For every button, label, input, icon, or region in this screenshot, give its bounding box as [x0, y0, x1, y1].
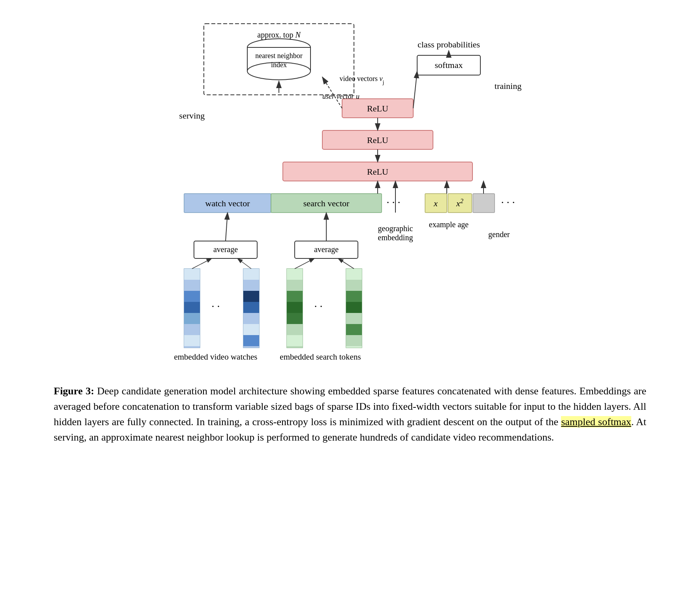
svg-rect-45 — [243, 335, 259, 346]
svg-line-48 — [237, 258, 251, 269]
embedded-video-watches-label: embedded video watches — [174, 352, 257, 362]
svg-rect-42 — [243, 302, 259, 313]
svg-rect-50 — [287, 269, 303, 280]
svg-rect-40 — [243, 280, 259, 291]
figure-label: Figure 3: — [54, 385, 94, 397]
serving-label: serving — [179, 111, 205, 121]
search-vector-label: search vector — [303, 198, 350, 208]
input-dots1: · · · — [387, 196, 401, 209]
svg-rect-66 — [346, 346, 362, 348]
svg-line-26 — [226, 213, 228, 241]
svg-rect-60 — [346, 280, 362, 291]
average1-label: average — [213, 245, 238, 254]
svg-text:nearest neighbor: nearest neighbor — [255, 52, 302, 60]
svg-rect-64 — [346, 324, 362, 335]
average2-label: average — [314, 245, 339, 254]
relu1-label: ReLU — [367, 104, 388, 113]
svg-rect-41 — [243, 291, 259, 302]
figure-caption: Figure 3: Deep candidate generation mode… — [54, 383, 646, 445]
svg-rect-43 — [243, 313, 259, 324]
svg-rect-20 — [473, 194, 495, 213]
svg-rect-37 — [184, 346, 200, 348]
svg-rect-33 — [184, 302, 200, 313]
svg-rect-54 — [287, 313, 303, 324]
svg-rect-36 — [184, 335, 200, 346]
relu3-label: ReLU — [367, 167, 388, 177]
diagram-container: nearest neighbor index approx. top N sof… — [24, 16, 676, 445]
svg-rect-32 — [184, 291, 200, 302]
softmax-label: softmax — [435, 60, 463, 70]
svg-rect-57 — [287, 346, 303, 348]
svg-rect-31 — [184, 280, 200, 291]
search-dots: · · — [314, 300, 323, 313]
svg-rect-34 — [184, 313, 200, 324]
video-vectors-label: video vectors vj — [340, 75, 384, 85]
svg-rect-55 — [287, 324, 303, 335]
embedded-search-tokens-label: embedded search tokens — [280, 352, 361, 362]
training-label: training — [495, 81, 521, 91]
highlight-sampled-softmax: sampled softmax — [561, 416, 631, 428]
svg-rect-65 — [346, 335, 362, 346]
svg-rect-39 — [243, 269, 259, 280]
svg-rect-61 — [346, 291, 362, 302]
geographic-embedding-label2: embedding — [378, 233, 413, 242]
watch-vector-label: watch vector — [205, 198, 250, 208]
gender-label: gender — [488, 230, 510, 239]
example-age-label: example age — [429, 220, 469, 229]
svg-line-67 — [295, 258, 314, 269]
caption-text: Deep candidate generation model architec… — [54, 385, 646, 428]
svg-text:index: index — [271, 61, 287, 69]
svg-rect-51 — [287, 280, 303, 291]
watch-dots: · · — [212, 300, 220, 313]
svg-rect-56 — [287, 335, 303, 346]
svg-line-11 — [413, 71, 417, 108]
x-label: x — [433, 198, 438, 208]
class-probabilities-label: class probabilities — [418, 40, 480, 49]
svg-rect-35 — [184, 324, 200, 335]
svg-line-47 — [192, 258, 212, 269]
svg-rect-59 — [346, 269, 362, 280]
architecture-diagram: nearest neighbor index approx. top N sof… — [133, 16, 567, 371]
approx-top-n-label: approx. top N — [257, 30, 301, 40]
svg-rect-52 — [287, 291, 303, 302]
geographic-embedding-label: geographic — [378, 224, 413, 233]
user-vector-label: user vector u — [322, 92, 359, 100]
svg-rect-30 — [184, 269, 200, 280]
relu2-label: ReLU — [367, 135, 388, 145]
svg-rect-63 — [346, 313, 362, 324]
input-dots2: · · · — [501, 196, 515, 209]
svg-rect-44 — [243, 324, 259, 335]
svg-line-68 — [338, 258, 354, 269]
svg-rect-62 — [346, 302, 362, 313]
svg-rect-53 — [287, 302, 303, 313]
svg-rect-46 — [243, 346, 259, 348]
